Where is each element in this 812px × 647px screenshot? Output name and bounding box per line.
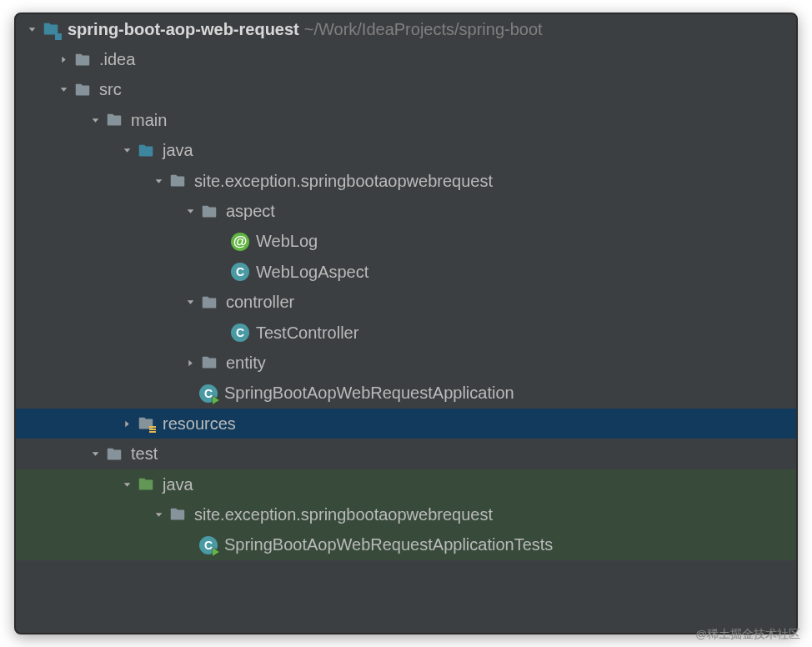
expand-arrow-down-icon[interactable]: [86, 115, 104, 126]
class-weblog[interactable]: @WebLog: [16, 227, 796, 257]
folder-icon: [199, 353, 219, 373]
tree-item-label: site.exception.springbootaopwebrequest: [194, 172, 493, 191]
class-weblogaspect[interactable]: CWebLogAspect: [16, 257, 796, 287]
root-project[interactable]: spring-boot-aop-web-request~/Work/IdeaPr…: [16, 14, 796, 44]
svg-rect-0: [149, 426, 156, 428]
expand-arrow-down-icon[interactable]: [149, 509, 168, 520]
folder-java-main[interactable]: java: [16, 136, 796, 166]
svg-rect-1: [149, 429, 156, 430]
tree-item-label: .idea: [99, 50, 135, 69]
folder-icon: [104, 110, 124, 130]
tree-item-label: TestController: [256, 324, 358, 343]
folder-icon: [199, 202, 219, 222]
folder-icon: [168, 504, 188, 524]
class-applicationtests[interactable]: CSpringBootAopWebRequestApplicationTests: [16, 530, 796, 560]
module-folder-icon: [41, 19, 61, 39]
tree-item-label: WebLogAspect: [256, 263, 368, 282]
expand-arrow-right-icon[interactable]: [54, 54, 73, 65]
tree-item-label: test: [131, 444, 158, 464]
package-test[interactable]: site.exception.springbootaopwebrequest: [16, 499, 796, 529]
expand-arrow-down-icon[interactable]: [181, 297, 199, 308]
class-application[interactable]: CSpringBootAopWebRequestApplication: [16, 379, 796, 409]
tree-item-label: resources: [163, 414, 236, 434]
expand-arrow-down-icon[interactable]: [23, 24, 41, 35]
folder-controller[interactable]: controller: [16, 288, 796, 318]
resources-folder-icon: [136, 414, 156, 434]
expand-arrow-down-icon[interactable]: [54, 84, 73, 95]
folder-aspect[interactable]: aspect: [16, 196, 796, 226]
folder-java-test[interactable]: java: [16, 469, 796, 499]
runnable-class-icon: C: [199, 536, 218, 554]
tree-item-label: spring-boot-aop-web-request: [68, 20, 299, 39]
test-folder-icon: [136, 474, 156, 494]
expand-arrow-right-icon[interactable]: [118, 419, 136, 429]
tree-item-label: site.exception.springbootaopwebrequest: [194, 505, 493, 524]
runnable-class-icon: C: [199, 384, 218, 403]
tree-item-label: SpringBootAopWebRequestApplicationTests: [224, 535, 553, 554]
package-main[interactable]: site.exception.springbootaopwebrequest: [16, 166, 796, 196]
expand-arrow-down-icon[interactable]: [181, 206, 199, 217]
folder-resources[interactable]: resources: [16, 409, 796, 439]
tree-item-label: WebLog: [256, 232, 318, 251]
folder-icon: [73, 80, 93, 100]
tree-item-label: SpringBootAopWebRequestApplication: [224, 384, 514, 403]
folder-entity[interactable]: entity: [16, 348, 796, 378]
tree-item-label: entity: [226, 354, 266, 373]
folder-src[interactable]: src: [16, 75, 796, 105]
annotation-icon: @: [231, 233, 249, 251]
expand-arrow-down-icon[interactable]: [86, 449, 104, 459]
folder-icon: [168, 171, 188, 191]
expand-arrow-right-icon[interactable]: [181, 358, 199, 369]
folder-idea[interactable]: .idea: [16, 44, 796, 74]
folder-icon: [104, 444, 124, 464]
tree-item-path: ~/Work/IdeaProjects/spring-boot: [304, 20, 543, 39]
tree-item-label: aspect: [226, 202, 275, 221]
folder-main[interactable]: main: [16, 105, 796, 135]
folder-icon: [199, 293, 219, 313]
tree-item-label: src: [99, 80, 122, 99]
expand-arrow-down-icon[interactable]: [149, 176, 168, 187]
tree-item-label: main: [131, 111, 167, 130]
svg-rect-2: [149, 431, 156, 433]
watermark: @稀土掘金技术社区: [695, 627, 800, 642]
project-tree-panel: spring-boot-aop-web-request~/Work/IdeaPr…: [14, 13, 798, 634]
tree-item-label: java: [163, 475, 193, 494]
source-folder-icon: [136, 141, 156, 161]
tree-item-label: java: [163, 141, 193, 160]
class-testcontroller[interactable]: CTestController: [16, 318, 796, 348]
class-icon: C: [231, 324, 249, 342]
folder-test[interactable]: test: [16, 439, 796, 469]
tree-item-label: controller: [226, 293, 294, 312]
class-icon: C: [231, 263, 249, 281]
expand-arrow-down-icon[interactable]: [118, 145, 136, 156]
expand-arrow-down-icon[interactable]: [118, 479, 136, 490]
folder-icon: [73, 50, 93, 70]
